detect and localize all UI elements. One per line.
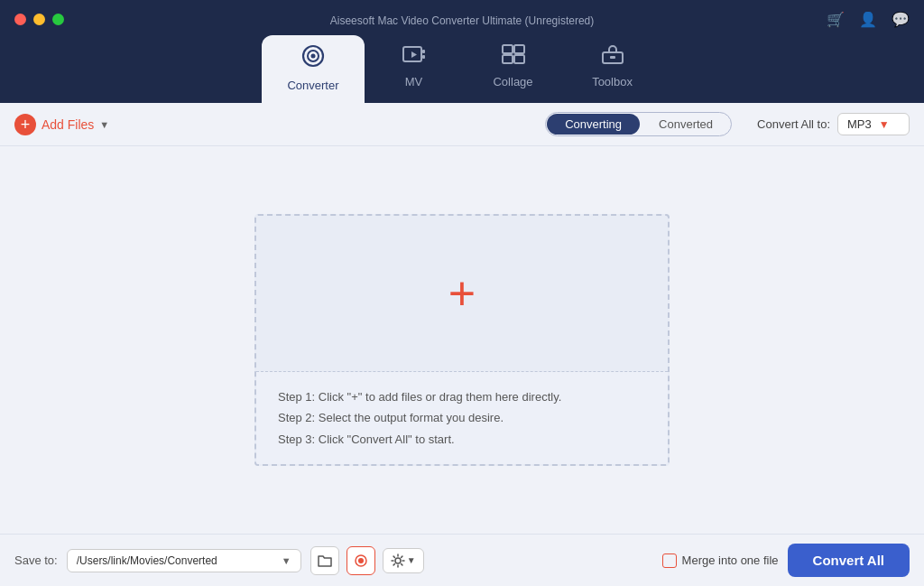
add-files-dropdown-icon[interactable]: ▼ — [99, 119, 109, 130]
svg-rect-9 — [514, 55, 524, 63]
add-files-plus-icon: + — [14, 114, 36, 135]
user-icon[interactable]: 👤 — [859, 11, 877, 28]
step-1: Step 1: Click "+" to add files or drag t… — [278, 386, 646, 407]
step-2: Step 2: Select the output format you des… — [278, 407, 646, 428]
mv-icon — [402, 44, 426, 70]
drop-zone[interactable]: + Step 1: Click "+" to add files or drag… — [254, 214, 670, 466]
converter-icon — [301, 44, 325, 73]
svg-rect-11 — [610, 56, 615, 59]
nav-tabs: Converter MV Collage — [0, 35, 924, 103]
settings-button[interactable]: ▼ — [383, 548, 424, 573]
merge-label: Merge into one file — [682, 553, 779, 567]
bottom-icons: ▼ — [310, 546, 424, 575]
close-button[interactable] — [14, 14, 26, 25]
traffic-lights[interactable] — [14, 14, 64, 25]
cart-icon[interactable]: 🛒 — [827, 11, 845, 28]
converted-tab[interactable]: Converted — [641, 113, 731, 135]
format-dropdown-icon: ▼ — [879, 118, 890, 131]
save-to-label: Save to: — [14, 553, 58, 567]
recording-button[interactable] — [346, 546, 375, 575]
svg-point-2 — [310, 54, 315, 59]
settings-dropdown-icon: ▼ — [407, 555, 416, 565]
content-area: + Step 1: Click "+" to add files or drag… — [0, 146, 924, 534]
minimize-button[interactable] — [33, 14, 45, 25]
merge-checkbox[interactable]: Merge into one file — [662, 553, 779, 568]
mv-tab-label: MV — [405, 75, 423, 88]
drop-zone-upper[interactable]: + — [256, 216, 668, 372]
open-folder-button[interactable] — [310, 546, 339, 575]
converter-tab-label: Converter — [287, 79, 338, 92]
tab-toolbox[interactable]: Toolbox — [563, 35, 662, 103]
toolbox-icon — [601, 44, 624, 70]
toolbar: + Add Files ▼ Converting Converted Conve… — [0, 103, 924, 146]
save-path-text: /Users/link/Movies/Converted — [77, 554, 274, 567]
selected-format: MP3 — [847, 117, 872, 131]
tab-collage[interactable]: Collage — [464, 35, 563, 103]
svg-rect-7 — [514, 45, 524, 53]
main-content: + Add Files ▼ Converting Converted Conve… — [0, 103, 924, 586]
svg-rect-8 — [503, 55, 513, 63]
title-bar: Aiseesoft Mac Video Converter Ultimate (… — [0, 0, 924, 35]
maximize-button[interactable] — [52, 14, 64, 25]
toolbox-tab-label: Toolbox — [592, 75, 633, 88]
collage-tab-label: Collage — [493, 75, 532, 88]
window-title: Aiseesoft Mac Video Converter Ultimate (… — [330, 14, 595, 27]
svg-point-13 — [358, 558, 364, 563]
save-path-selector[interactable]: /Users/link/Movies/Converted ▼ — [67, 549, 301, 572]
bottom-bar: Save to: /Users/link/Movies/Converted ▼ — [0, 534, 924, 586]
svg-point-14 — [395, 558, 401, 563]
convert-all-to-label: Convert All to: — [757, 117, 830, 131]
merge-checkbox-box[interactable] — [662, 553, 677, 568]
save-path-dropdown-icon: ▼ — [282, 555, 291, 566]
svg-rect-4 — [422, 50, 425, 53]
tab-mv[interactable]: MV — [365, 35, 464, 103]
svg-rect-5 — [422, 55, 425, 59]
drop-zone-instructions: Step 1: Click "+" to add files or drag t… — [256, 372, 668, 464]
step-3: Step 3: Click "Convert All" to start. — [278, 429, 646, 450]
convert-all-button[interactable]: Convert All — [788, 544, 910, 577]
converting-tab[interactable]: Converting — [547, 114, 640, 135]
collage-icon — [502, 44, 525, 70]
chat-icon[interactable]: 💬 — [892, 11, 910, 28]
subtabs: Converting Converted — [545, 112, 732, 136]
add-files-button[interactable]: + Add Files ▼ — [14, 114, 109, 135]
title-bar-actions: 🛒 👤 💬 — [827, 11, 910, 28]
tab-converter[interactable]: Converter — [262, 35, 364, 103]
add-files-label: Add Files — [42, 117, 94, 132]
convert-all-to: Convert All to: MP3 ▼ — [757, 113, 910, 135]
svg-rect-6 — [503, 45, 513, 53]
format-dropdown[interactable]: MP3 ▼ — [837, 113, 910, 135]
drop-plus-icon: + — [448, 270, 476, 317]
